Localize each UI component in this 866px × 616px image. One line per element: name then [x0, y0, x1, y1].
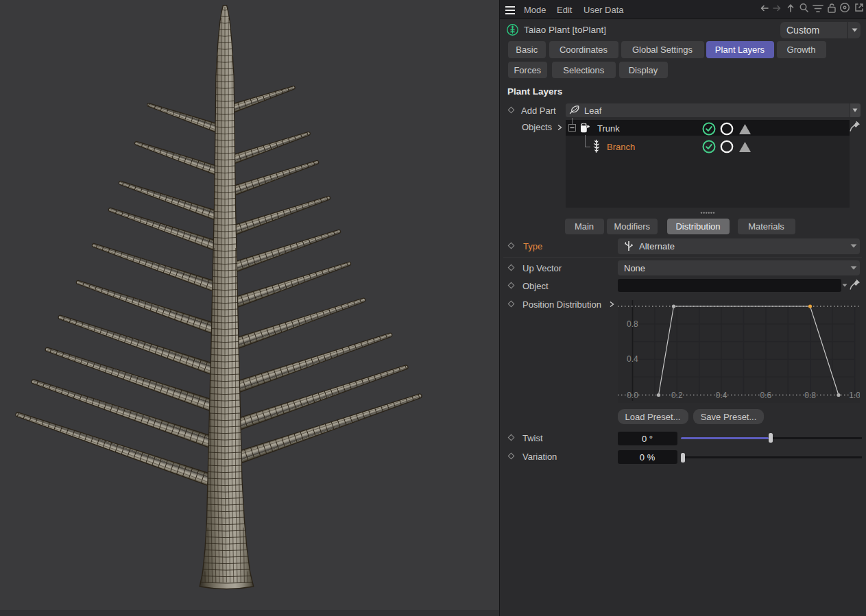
svg-text:0.6: 0.6 [760, 391, 771, 400]
svg-text:0.2: 0.2 [671, 391, 682, 400]
svg-text:1.0: 1.0 [849, 391, 860, 400]
svg-text:0.8: 0.8 [627, 319, 638, 329]
svg-text:0.4: 0.4 [627, 354, 638, 364]
svg-text:0.0: 0.0 [627, 391, 638, 400]
svg-text:0.8: 0.8 [804, 391, 816, 400]
svg-text:0.4: 0.4 [715, 391, 727, 400]
